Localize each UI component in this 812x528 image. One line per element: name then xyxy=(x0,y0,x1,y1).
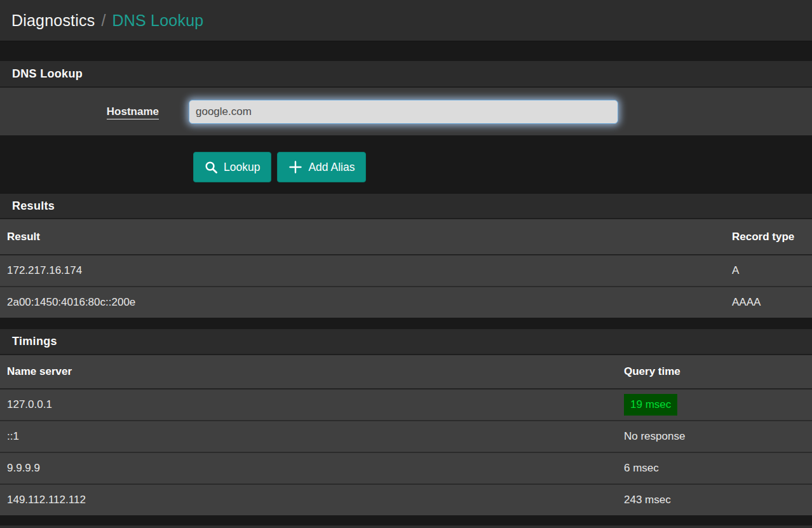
query-time-value: 243 msec xyxy=(617,484,812,515)
search-icon xyxy=(205,161,218,174)
lookup-button[interactable]: Lookup xyxy=(193,152,271,182)
timings-col-name-server: Name server xyxy=(0,355,617,389)
breadcrumb-separator: / xyxy=(101,11,105,29)
hostname-input[interactable] xyxy=(189,100,618,124)
hostname-form-row: Hostname xyxy=(0,88,812,135)
dns-lookup-panel-heading: DNS Lookup xyxy=(0,61,812,88)
query-time-value: 6 msec xyxy=(617,452,812,484)
timings-table-header-row: Name server Query time xyxy=(0,355,812,389)
timings-panel: Timings Name server Query time 127.0.0.1… xyxy=(0,329,812,515)
results-col-result: Result xyxy=(0,219,725,255)
timings-panel-title: Timings xyxy=(12,335,57,348)
add-alias-button-label: Add Alias xyxy=(308,161,355,174)
result-value: 2a00:1450:4016:80c::200e xyxy=(0,287,725,318)
results-table: Result Record type 172.217.16.174 A 2a00… xyxy=(0,219,812,318)
timings-panel-heading: Timings xyxy=(0,329,812,355)
results-panel: Results Result Record type 172.217.16.17… xyxy=(0,194,812,318)
breadcrumb-dns-lookup-link[interactable]: DNS Lookup xyxy=(112,11,204,29)
name-server-value: 9.9.9.9 xyxy=(0,452,617,484)
timings-table: Name server Query time 127.0.0.1 19 msec… xyxy=(0,355,812,515)
name-server-value: 149.112.112.112 xyxy=(0,484,617,515)
name-server-value: 127.0.0.1 xyxy=(0,389,617,421)
record-type-value: A xyxy=(725,255,812,287)
table-row: 2a00:1450:4016:80c::200e AAAA xyxy=(0,287,812,318)
panel-gap xyxy=(0,318,812,329)
breadcrumb-bar: Diagnostics/DNS Lookup xyxy=(0,0,812,41)
add-alias-button[interactable]: Add Alias xyxy=(277,152,366,182)
dns-lookup-panel: DNS Lookup Hostname xyxy=(0,61,812,135)
next-panel-edge xyxy=(0,525,812,528)
table-row: ::1 No response xyxy=(0,421,812,452)
name-server-value: ::1 xyxy=(0,421,617,452)
table-row: 172.217.16.174 A xyxy=(0,255,812,287)
results-table-header-row: Result Record type xyxy=(0,219,812,255)
record-type-value: AAAA xyxy=(725,287,812,318)
dns-lookup-panel-title: DNS Lookup xyxy=(12,67,83,81)
results-col-record-type: Record type xyxy=(725,219,812,255)
results-panel-title: Results xyxy=(12,200,55,213)
query-time-best-badge: 19 msec xyxy=(624,394,677,416)
table-row: 149.112.112.112 243 msec xyxy=(0,484,812,515)
action-button-row: Lookup Add Alias xyxy=(0,135,812,194)
table-row: 127.0.0.1 19 msec xyxy=(0,389,812,421)
dns-lookup-page: Diagnostics/DNS Lookup DNS Lookup Hostna… xyxy=(0,0,812,528)
hostname-label[interactable]: Hostname xyxy=(0,105,159,118)
plus-icon xyxy=(288,160,302,174)
breadcrumb-diagnostics-link[interactable]: Diagnostics xyxy=(11,11,95,29)
breadcrumb: Diagnostics/DNS Lookup xyxy=(11,11,203,30)
table-row: 9.9.9.9 6 msec xyxy=(0,452,812,484)
timings-col-query-time: Query time xyxy=(617,355,812,389)
query-time-value: No response xyxy=(617,421,812,452)
results-panel-heading: Results xyxy=(0,194,812,219)
lookup-button-label: Lookup xyxy=(224,161,260,174)
result-value: 172.217.16.174 xyxy=(0,255,725,287)
